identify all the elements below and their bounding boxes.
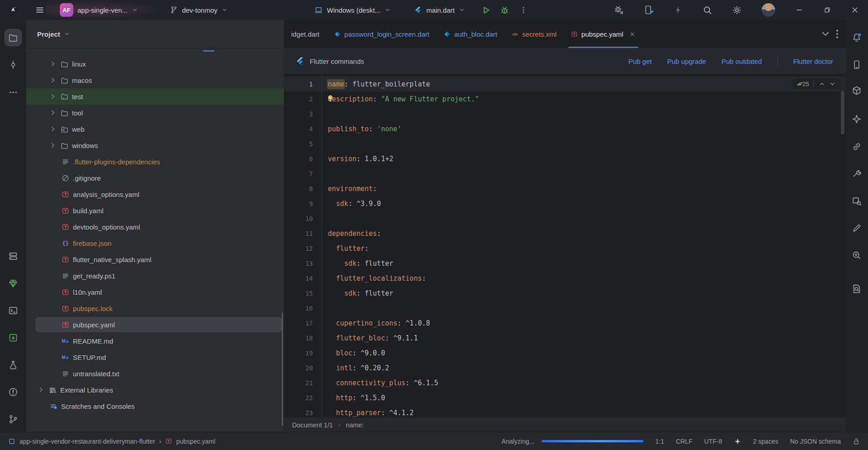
problems-tool-window-icon[interactable] [5,384,21,400]
json-schema-setting[interactable]: No JSON schema [790,438,841,445]
structure-tool-window-icon[interactable] [5,248,21,264]
tree-item-macos[interactable]: macos [26,72,284,88]
project-switcher[interactable]: AF app-single-ven... [57,3,141,17]
gemini-edit-icon[interactable] [849,220,865,236]
search-everywhere-icon[interactable] [703,5,712,15]
breadcrumb-name[interactable]: name: [346,421,364,429]
flutter-inspector-icon[interactable] [849,111,865,127]
pub-upgrade-link[interactable]: Pub upgrade [667,57,706,65]
git-branch-widget[interactable]: dev-tonmoy [167,5,230,14]
more-run-options-kebab-icon[interactable] [519,6,528,14]
code-editor[interactable]: 1name: flutter_boilerplate2description: … [284,75,846,417]
tree-item-devtools-options-yaml[interactable]: Ydevtools_options.yaml [26,219,284,235]
main-menu-hamburger-icon[interactable] [35,5,44,14]
status-file-name[interactable]: pubspec.yaml [176,438,215,445]
dart-analysis-icon[interactable] [5,275,21,292]
chevron-right-icon[interactable] [49,60,57,68]
window-restore-button[interactable] [823,6,831,14]
device-manager-flutter-icon[interactable] [644,5,654,15]
previous-problem-chevron-up-icon[interactable] [819,81,825,87]
tree-item-analysis-options-yaml[interactable]: Yanalysis_options.yaml [26,186,284,202]
tab-secrets-xml[interactable]: </>secrets.xml [504,20,564,48]
status-module-name[interactable]: app-single-vendor-restaurant-deliveryman… [19,438,155,445]
tree-item-pubspec-yaml[interactable]: Ypubspec.yaml [26,316,284,333]
tree-item-test[interactable]: test [26,88,284,105]
app-links-assistant-icon[interactable] [849,139,865,155]
project-tool-window-icon[interactable] [5,29,21,46]
tree-item-pubspec-lock[interactable]: Ypubspec.lock [26,300,284,316]
search-document-icon[interactable] [849,281,865,297]
tree-item-windows[interactable]: windows [26,137,284,153]
chevron-right-icon[interactable] [37,386,45,394]
hidden-tabs-chevron-down-icon[interactable] [820,20,831,48]
breadcrumb-document[interactable]: Document 1/1 [292,421,333,429]
dependencies-tool-window-icon[interactable] [5,330,21,346]
tab-password-login-screen-dart[interactable]: password_login_screen.dart [327,20,437,48]
indent-setting[interactable]: 2 spaces [753,438,778,445]
debug-button[interactable] [500,5,509,15]
tree-item-l10n-yaml[interactable]: Yl10n.yaml [26,284,284,300]
intention-lightbulb-icon[interactable] [326,94,335,103]
tab-idget-dart[interactable]: idget.dart [284,20,327,48]
tree-item-setup-md[interactable]: MSETUP.md [26,349,284,365]
attach-debugger-icon[interactable] [614,5,624,15]
tree-item-web[interactable]: web [26,121,284,137]
device-selector[interactable]: Windows (deskt... [312,5,393,15]
editor-scrollbar[interactable] [841,91,844,134]
project-panel-header[interactable]: Project [26,20,284,48]
next-problem-chevron-down-icon[interactable] [829,81,836,87]
build-tools-icon[interactable] [849,165,865,182]
caret-position[interactable]: 1:1 [655,438,664,445]
unlock-icon[interactable] [853,438,860,445]
terminal-tool-window-icon[interactable] [5,302,21,319]
tree-item-external-libraries[interactable]: External Libraries [26,382,284,398]
gradle-icon[interactable] [849,82,865,99]
chevron-right-icon[interactable] [49,109,57,117]
libs-icon [49,386,57,394]
tree-item--gitignore[interactable]: .gitignore [26,170,284,186]
commit-tool-window-icon[interactable] [5,57,21,73]
project-scrollbar[interactable] [282,312,283,426]
tab-label: pubspec.yaml [581,30,623,38]
user-avatar[interactable] [762,3,775,17]
lightning-bolt-icon[interactable] [674,5,683,14]
find-usages-icon[interactable] [849,247,865,263]
tab-auth-bloc-dart[interactable]: auth_bloc.dart [436,20,504,48]
pub-get-link[interactable]: Pub get [628,57,652,65]
tree-item-tool[interactable]: tool [26,105,284,121]
notifications-icon[interactable] [849,29,865,46]
settings-gear-icon[interactable] [732,5,742,15]
window-close-button[interactable] [851,6,859,14]
chevron-right-icon[interactable] [49,125,57,133]
tab-options-kebab-icon[interactable] [831,20,843,48]
pub-outdated-link[interactable]: Pub outdated [721,57,762,65]
run-configuration-selector[interactable]: main.dart [412,6,468,14]
run-button[interactable] [481,5,491,15]
file-encoding[interactable]: UTF-8 [704,438,722,445]
git-branch-icon [170,6,178,14]
tree-item-untranslated-txt[interactable]: untranslated.txt [26,365,284,382]
more-tool-windows-icon[interactable] [5,84,21,101]
tree-item-firebase-json[interactable]: {}firebase.json [26,235,284,251]
tab-pubspec-yaml[interactable]: Ypubspec.yaml [564,20,643,48]
dart-sparkle-icon[interactable] [734,438,741,445]
chevron-right-icon[interactable] [49,92,57,101]
tree-item--flutter-plugins-dependencies[interactable]: .flutter-plugins-dependencies [26,153,284,170]
inspections-widget[interactable]: ✔✔ 25 [792,78,840,89]
tree-item-build-yaml[interactable]: Ybuild.yaml [26,202,284,219]
tree-item-get-ready-ps1[interactable]: get_ready.ps1 [26,268,284,284]
chevron-right-icon[interactable] [49,141,57,149]
tab-close-icon[interactable] [629,31,636,38]
window-minimize-button[interactable] [795,6,803,14]
version-control-tool-window-icon[interactable] [5,411,21,427]
flutter-doctor-link[interactable]: Flutter doctor [793,57,833,65]
build-tool-window-icon[interactable] [5,357,21,373]
tree-item-linux[interactable]: linux [26,56,284,72]
tree-item-readme-md[interactable]: MREADME.md [26,333,284,349]
chevron-right-icon[interactable] [49,76,57,84]
plugins-search-icon[interactable] [849,193,865,209]
tree-item-scratches-and-consoles[interactable]: Scratches and Consoles [26,398,284,414]
line-separator[interactable]: CRLF [676,438,693,445]
tree-item-flutter-native-splash-yaml[interactable]: Yflutter_native_splash.yaml [26,251,284,268]
device-manager-icon[interactable] [849,57,865,73]
